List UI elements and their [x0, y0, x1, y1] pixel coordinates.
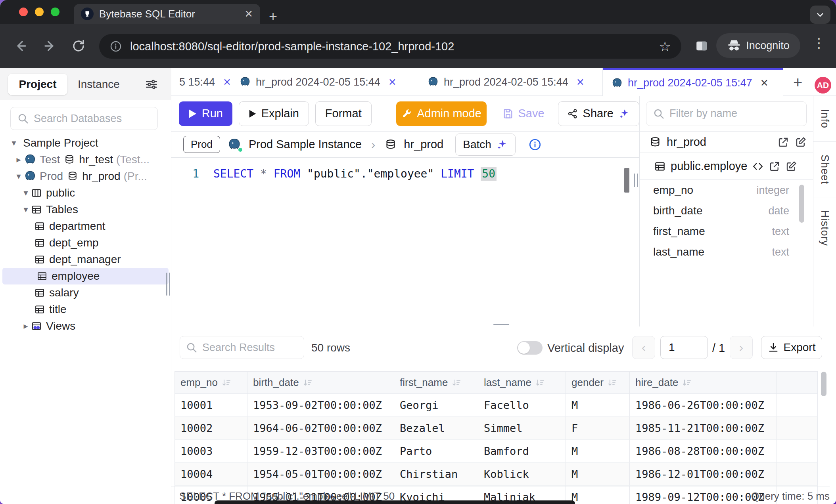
table-cell[interactable]: 10001: [174, 394, 247, 417]
share-button[interactable]: Share: [558, 101, 639, 126]
instance-name[interactable]: Prod Sample Instance: [249, 138, 362, 151]
table-cell[interactable]: Facello: [478, 394, 566, 417]
sort-icon[interactable]: [222, 378, 231, 388]
side-tab-history[interactable]: History: [813, 197, 836, 259]
caret-down-icon[interactable]: ▾: [21, 204, 31, 215]
table-row[interactable]: 100011953-09-02T00:00:00ZGeorgiFacelloM1…: [174, 394, 818, 417]
column-header[interactable]: last_name: [478, 371, 566, 394]
database-name[interactable]: hr_prod: [404, 138, 443, 151]
tree-item-project[interactable]: ▾ Sample Project: [0, 135, 171, 151]
table-cell[interactable]: 10002: [174, 417, 247, 440]
sort-icon[interactable]: [682, 378, 692, 388]
schema-filter[interactable]: [646, 101, 807, 126]
external-link-icon[interactable]: [777, 136, 789, 148]
table-scrollbar-thumb[interactable]: [821, 372, 826, 396]
next-page-button[interactable]: ›: [730, 336, 753, 359]
database-search-input[interactable]: [34, 113, 151, 125]
table-cell[interactable]: 1964-06-02T00:00:00Z: [247, 417, 394, 440]
sidebar-resize-handle[interactable]: [166, 273, 170, 296]
close-icon[interactable]: ✕: [576, 76, 585, 88]
table-cell[interactable]: 1959-12-03T00:00:00Z: [247, 440, 394, 463]
batch-button[interactable]: Batch: [455, 134, 516, 156]
sort-icon[interactable]: [608, 378, 617, 388]
page-number-input[interactable]: [660, 336, 708, 359]
panel-database-row[interactable]: hr_prod: [640, 132, 813, 153]
export-button[interactable]: Export: [761, 336, 822, 359]
prev-page-button[interactable]: ‹: [632, 336, 655, 359]
side-tab-info[interactable]: Info: [813, 96, 836, 142]
table-cell[interactable]: Bamford: [478, 440, 566, 463]
column-row[interactable]: first_name text: [640, 221, 813, 242]
close-icon[interactable]: ✕: [223, 76, 231, 88]
table-cell[interactable]: 10003: [174, 440, 247, 463]
worksheet-tab-active[interactable]: hr_prod 2024-02-05 15:47 ✕: [603, 68, 783, 96]
save-button[interactable]: Save: [495, 101, 552, 126]
edit-icon[interactable]: [795, 136, 807, 148]
table-cell[interactable]: 10004: [174, 463, 247, 486]
tree-item-tables-group[interactable]: ▾ Tables: [0, 201, 171, 218]
table-cell[interactable]: Parto: [394, 440, 478, 463]
side-tab-sheet[interactable]: Sheet: [813, 142, 836, 197]
bookmark-star-icon[interactable]: ☆: [659, 38, 671, 54]
browser-tab[interactable]: Bytebase SQL Editor ✕: [74, 4, 260, 24]
tree-item-hr-prod[interactable]: ▾ Prod hr_prod (Pr...: [0, 168, 171, 185]
table-cell[interactable]: 1954-05-01T00:00:00Z: [247, 463, 394, 486]
table-row[interactable]: 100041954-05-01T00:00:00ZChirstianKoblic…: [174, 463, 818, 486]
column-header[interactable]: birth_date: [247, 371, 394, 394]
close-icon[interactable]: ✕: [388, 76, 397, 88]
tab-project[interactable]: Project: [8, 74, 67, 95]
tree-item-table-employee[interactable]: employee: [2, 268, 169, 284]
column-row[interactable]: last_name text: [640, 242, 813, 262]
tree-item-table-title[interactable]: title: [0, 301, 171, 318]
worksheet-tab-2[interactable]: hr_prod 2024-02-05 15:44 ✕: [231, 68, 419, 96]
close-icon[interactable]: ✕: [760, 77, 769, 89]
sort-icon[interactable]: [452, 378, 461, 388]
table-cell[interactable]: M: [566, 463, 630, 486]
page-info-icon[interactable]: [109, 40, 122, 53]
results-search-input[interactable]: [202, 342, 298, 354]
table-row[interactable]: 100031959-12-03T00:00:00ZPartoBamfordM19…: [174, 440, 818, 463]
tree-item-table-salary[interactable]: salary: [0, 284, 171, 301]
zoom-window-button[interactable]: [51, 8, 59, 16]
new-tab-button[interactable]: +: [269, 10, 277, 24]
browser-tab-close-icon[interactable]: ✕: [244, 8, 253, 20]
table-cell[interactable]: Bezalel: [394, 417, 478, 440]
tree-item-views-group[interactable]: ▸ Views: [0, 318, 171, 334]
external-link-icon[interactable]: [769, 160, 780, 172]
column-list-scrollbar-thumb[interactable]: [799, 185, 804, 223]
run-button[interactable]: Run: [179, 101, 232, 126]
schema-filter-input[interactable]: [669, 107, 800, 120]
edit-icon[interactable]: [785, 160, 797, 172]
table-cell[interactable]: 1986-12-01T00:00:00Z: [630, 463, 777, 486]
side-panel-icon[interactable]: [695, 39, 708, 53]
close-window-button[interactable]: [19, 8, 28, 16]
database-search[interactable]: [10, 107, 158, 130]
table-cell[interactable]: Georgi: [394, 394, 478, 417]
reload-icon[interactable]: [71, 39, 86, 53]
panel-resize-handle[interactable]: [634, 174, 638, 187]
table-cell[interactable]: Chirstian: [394, 463, 478, 486]
panel-table-row[interactable]: public.employe: [640, 153, 813, 180]
sql-editor[interactable]: 1 SELECT * FROM "public"."employee" LIMI…: [171, 158, 639, 326]
table-cell[interactable]: 1986-08-28T00:00:00Z: [630, 440, 777, 463]
column-header[interactable]: hire_date: [630, 371, 777, 394]
column-header[interactable]: emp_no: [174, 371, 247, 394]
table-cell[interactable]: Simmel: [478, 417, 566, 440]
minimize-window-button[interactable]: [35, 8, 44, 16]
column-row[interactable]: birth_date date: [640, 200, 813, 221]
column-header[interactable]: first_name: [394, 371, 478, 394]
table-cell[interactable]: Koblick: [478, 463, 566, 486]
table-cell[interactable]: M: [566, 440, 630, 463]
sort-icon[interactable]: [535, 378, 545, 388]
table-cell[interactable]: M: [566, 394, 630, 417]
admin-mode-button[interactable]: Admin mode: [396, 101, 487, 126]
format-button[interactable]: Format: [315, 101, 372, 126]
table-cell[interactable]: F: [566, 417, 630, 440]
tab-search-button[interactable]: [810, 6, 830, 24]
new-worksheet-button[interactable]: +: [793, 74, 802, 92]
tree-item-table-department[interactable]: department: [0, 218, 171, 235]
caret-right-icon[interactable]: ▸: [21, 321, 31, 331]
table-cell[interactable]: 1953-09-02T00:00:00Z: [247, 394, 394, 417]
column-header[interactable]: gender: [566, 371, 630, 394]
back-icon[interactable]: [13, 38, 29, 53]
